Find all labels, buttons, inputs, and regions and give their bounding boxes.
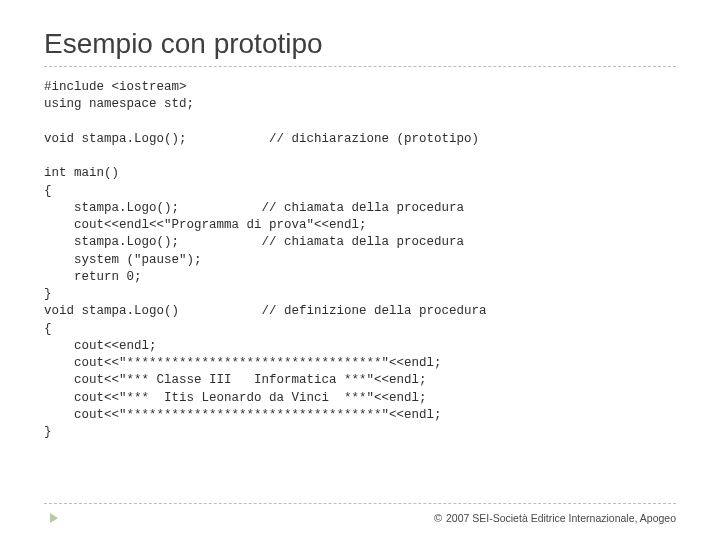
code-line: system ("pause"); [44,253,202,267]
copyright-symbol: © [434,512,442,524]
code-line: cout<<"*** Itis Leonardo da Vinci ***"<<… [44,391,427,405]
code-line: cout<<endl<<"Programma di prova"<<endl; [44,218,367,232]
code-line: #include <iostream> [44,80,187,94]
code-line: { [44,184,52,198]
code-line: using namespace std; [44,97,194,111]
code-block: #include <iostream> using namespace std;… [44,79,676,441]
code-line: cout<<"*********************************… [44,356,442,370]
code-line: cout<<endl; [44,339,157,353]
code-line: int main() [44,166,119,180]
bullet-marker-icon [50,513,58,523]
slide-title: Esempio con prototipo [44,28,676,60]
code-line: cout<<"*********************************… [44,408,442,422]
code-line: { [44,322,52,336]
code-line: void stampa.Logo() [44,304,179,318]
code-line: } [44,287,52,301]
footer-text: 2007 SEI-Società Editrice Internazionale… [446,512,676,524]
code-line: stampa.Logo(); [44,201,179,215]
code-line: } [44,425,52,439]
slide-footer: © 2007 SEI-Società Editrice Internaziona… [44,503,676,524]
code-comment: // chiamata della procedura [262,235,465,249]
code-comment: // chiamata della procedura [262,201,465,215]
code-line: cout<<"*** Classe III Informatica ***"<<… [44,373,427,387]
code-line: stampa.Logo(); [44,235,179,249]
code-line: void stampa.Logo(); [44,132,187,146]
code-line: return 0; [44,270,142,284]
title-divider [44,66,676,67]
code-comment: // definizione della procedura [262,304,487,318]
footer-divider [44,503,676,504]
code-comment: // dichiarazione (prototipo) [269,132,479,146]
